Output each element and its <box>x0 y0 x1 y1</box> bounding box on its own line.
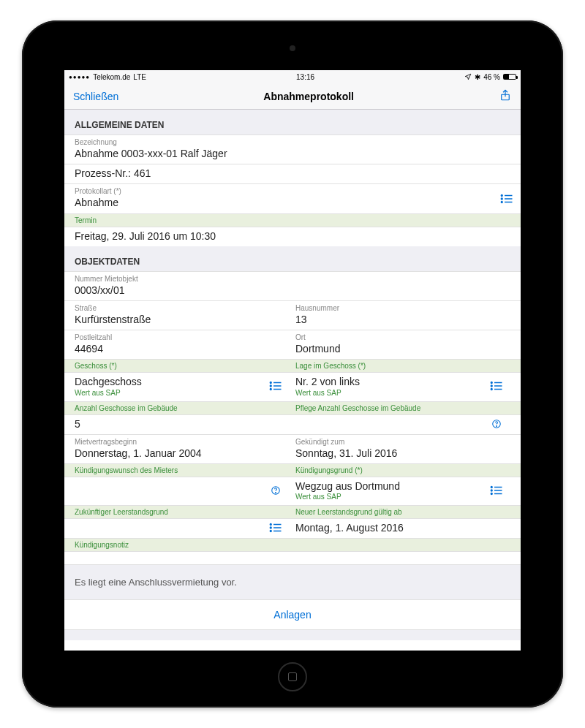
svg-point-15 <box>491 386 492 387</box>
svg-point-31 <box>270 527 271 528</box>
hint-row: Es liegt eine Anschlussvermietung vor. <box>64 564 521 600</box>
list-icon[interactable] <box>269 523 282 533</box>
row-zleer-nleer[interactable]: Montag, 1. August 2016 <box>64 518 521 538</box>
nleer-value: Montag, 1. August 2016 <box>295 521 510 534</box>
battery-pct: 46 % <box>483 73 500 81</box>
lage-sub: Wert aus SAP <box>295 389 510 398</box>
row-kwunsch-kgrund-label: Kündigungswunsch des Mieters Kündigungsg… <box>64 463 521 477</box>
nummer-value: 0003/xx/01 <box>75 284 510 297</box>
lage-value: Nr. 2 von links <box>295 375 510 388</box>
bezeichnung-value: Abnahme 0003-xxx-01 Ralf Jäger <box>75 147 510 160</box>
svg-point-7 <box>270 382 271 384</box>
row-strasse-hausnr: Straße Kurfürstenstraße Hausnummer 13 <box>64 300 521 330</box>
svg-point-23 <box>491 487 492 488</box>
svg-point-27 <box>491 493 492 495</box>
strasse-label: Straße <box>75 303 290 313</box>
share-button[interactable] <box>499 88 512 105</box>
row-anzahl-pflege[interactable]: 5 <box>64 414 521 434</box>
termin-value: Freitag, 29. Juli 2016 um 10:30 <box>75 230 510 243</box>
row-mvbeginn-gekuendigt: Mietvertragsbeginn Donnerstag, 1. Januar… <box>64 434 521 463</box>
mvbeginn-value: Donnerstag, 1. Januar 2004 <box>75 447 290 460</box>
camera-icon <box>290 45 295 51</box>
share-icon <box>499 88 512 102</box>
list-icon[interactable] <box>269 381 282 391</box>
location-icon <box>464 73 472 80</box>
spacer <box>64 630 521 640</box>
list-icon[interactable] <box>490 485 503 496</box>
row-geschoss-lage-label: Geschoss (*) Lage im Geschoss (*) <box>64 359 521 372</box>
svg-point-33 <box>270 531 271 532</box>
kgrund-value: Wegzug aus Dortmund <box>295 479 510 493</box>
svg-point-3 <box>501 198 502 200</box>
list-icon[interactable] <box>500 194 513 204</box>
svg-point-11 <box>270 389 271 390</box>
screen: ●●●●● Telekom.de LTE 13:16 ✱ 46 % Schlie… <box>64 70 521 651</box>
zleer-label: Zukünftiger Leerstandsgrund <box>75 507 290 517</box>
geschoss-sub: Wert aus SAP <box>75 389 290 398</box>
kwunsch-label: Kündigungswunsch des Mieters <box>75 466 290 475</box>
termin-label: Termin <box>75 216 510 225</box>
strasse-value: Kurfürstenstraße <box>75 313 290 326</box>
svg-point-22 <box>276 492 276 493</box>
plz-value: 44694 <box>75 342 290 355</box>
kgrund-sub: Wert aus SAP <box>295 493 510 501</box>
svg-point-13 <box>491 382 492 384</box>
section-header-objekt: OBJEKTDATEN <box>64 246 521 271</box>
row-anzahl-pflege-label: Anzahl Geschosse im Gebäude Pflege Anzah… <box>64 401 521 414</box>
svg-point-9 <box>270 386 271 387</box>
svg-point-20 <box>497 425 497 426</box>
row-bezeichnung[interactable]: Bezeichnung Abnahme 0003-xxx-01 Ralf Jäg… <box>64 134 521 164</box>
svg-point-25 <box>491 490 492 491</box>
ort-value: Dortmund <box>295 342 510 355</box>
plz-label: Postleitzahl <box>75 333 290 342</box>
network-label: LTE <box>133 73 146 81</box>
section-header-general: ALLGEMEINE DATEN <box>64 110 521 134</box>
geschoss-label: Geschoss (*) <box>75 361 290 371</box>
nummer-label: Nummer Mietobjekt <box>75 274 510 284</box>
row-protokollart[interactable]: Protokollart (*) Abnahme <box>64 183 521 213</box>
row-plz-ort: Postleitzahl 44694 Ort Dortmund <box>64 330 521 359</box>
row-kwunsch-kgrund[interactable]: Wegzug aus Dortmund Wert aus SAP <box>64 477 521 505</box>
nleer-label: Neuer Leerstandsgrund gültig ab <box>295 507 510 517</box>
lage-label: Lage im Geschoss (*) <box>295 361 510 371</box>
home-button[interactable] <box>278 662 307 691</box>
infoblatt-button[interactable]: Infoblatt <box>64 640 521 651</box>
svg-point-29 <box>270 524 271 526</box>
geschoss-value: Dachgeschoss <box>75 375 290 388</box>
pflege-label: Pflege Anzahl Geschosse im Gebäude <box>295 403 510 413</box>
row-geschoss-lage[interactable]: Dachgeschoss Wert aus SAP Nr. 2 von link… <box>64 372 521 401</box>
row-zleer-nleer-label: Zukünftiger Leerstandsgrund Neuer Leerst… <box>64 505 521 518</box>
status-bar: ●●●●● Telekom.de LTE 13:16 ✱ 46 % <box>64 70 521 83</box>
svg-point-1 <box>501 195 502 197</box>
anzahl-value: 5 <box>75 417 290 431</box>
row-termin-label: Termin <box>64 213 521 227</box>
content[interactable]: ALLGEMEINE DATEN Bezeichnung Abnahme 000… <box>64 110 521 651</box>
mvbeginn-label: Mietvertragsbeginn <box>75 437 290 447</box>
row-termin[interactable]: Freitag, 29. Juli 2016 um 10:30 <box>64 227 521 246</box>
protokollart-label: Protokollart (*) <box>75 186 510 196</box>
svg-point-17 <box>491 389 492 390</box>
row-knotiz-label: Kündigungsnotiz <box>64 538 521 551</box>
anzahl-label: Anzahl Geschosse im Gebäude <box>75 403 290 413</box>
ipad-frame: ●●●●● Telekom.de LTE 13:16 ✱ 46 % Schlie… <box>22 20 563 708</box>
close-button[interactable]: Schließen <box>73 91 118 102</box>
knotiz-label: Kündigungsnotiz <box>75 540 510 550</box>
kgrund-label: Kündigungsgrund (*) <box>295 466 510 475</box>
carrier-label: Telekom.de <box>93 73 130 81</box>
ort-label: Ort <box>295 333 510 342</box>
bluetooth-icon: ✱ <box>475 73 480 81</box>
signal-icon: ●●●●● <box>69 74 90 80</box>
row-knotiz[interactable] <box>64 551 521 564</box>
list-icon[interactable] <box>490 381 503 391</box>
help-icon[interactable] <box>490 419 503 429</box>
status-time: 13:16 <box>296 73 314 81</box>
battery-icon <box>503 74 516 80</box>
help-icon[interactable] <box>269 485 282 496</box>
anlagen-button[interactable]: Anlagen <box>64 600 521 630</box>
prozess-value: Prozess-Nr.: 461 <box>75 167 510 180</box>
row-prozess: Prozess-Nr.: 461 <box>64 164 521 183</box>
hausnr-value: 13 <box>295 313 510 326</box>
home-square-icon <box>288 672 297 681</box>
nav-bar: Schließen Abnahmeprotokoll <box>64 83 521 110</box>
protokollart-value: Abnahme <box>75 196 510 209</box>
